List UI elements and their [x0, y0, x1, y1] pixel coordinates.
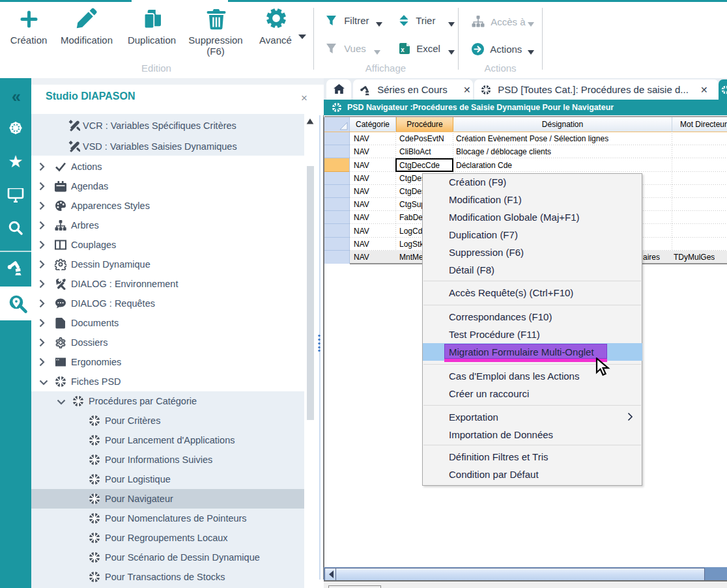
svg-text:x: x: [401, 46, 405, 53]
